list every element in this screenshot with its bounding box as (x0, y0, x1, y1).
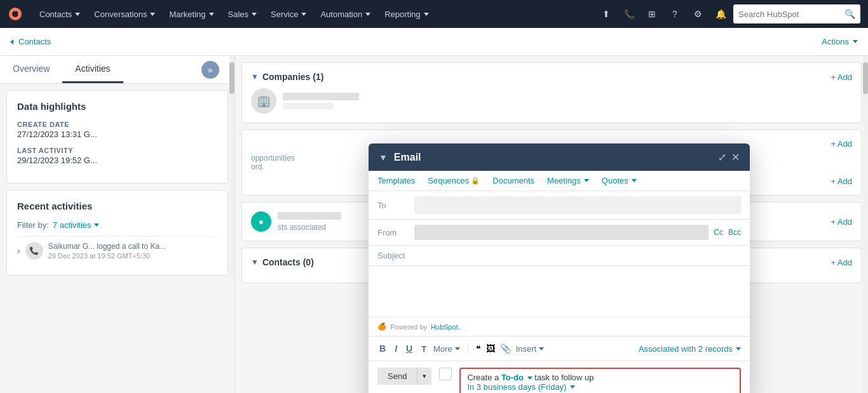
activity-item: › 📞 Saikumar G... logged a call to Ka...… (17, 236, 217, 265)
companies-section: ▼ Companies (1) + Add 🏢 (241, 62, 862, 123)
activity-call-icon: 📞 (25, 242, 43, 260)
nav-links: Contacts Conversations Marketing Sales S… (33, 6, 596, 23)
insert-button[interactable]: Insert (516, 344, 545, 354)
todo-link[interactable]: To-do (501, 373, 526, 382)
nav-automation[interactable]: Automation (314, 6, 377, 23)
activity-expand-icon[interactable]: › (17, 246, 20, 256)
block-quote-icon[interactable]: ❝ (476, 343, 481, 354)
modal-header: ▼ Email ⤢ ✕ (369, 143, 750, 171)
cc-button[interactable]: Cc (714, 228, 723, 237)
nav-conversations[interactable]: Conversations (88, 6, 161, 23)
phone-icon[interactable]: 📞 (619, 4, 639, 24)
send-button[interactable]: Send (377, 368, 417, 385)
companies-collapse-icon[interactable]: ▼ (251, 72, 259, 81)
image-icon[interactable]: 🖼 (486, 343, 495, 354)
contact-info: sts associated (278, 212, 341, 232)
separator-1 (468, 343, 468, 354)
search-input[interactable] (738, 10, 844, 19)
create-date-value: 27/12/2023 13:31 G... (17, 130, 217, 139)
company-info (283, 93, 359, 109)
collapse-panel-button[interactable]: » (201, 61, 219, 79)
contact-requests-text: sts associated (278, 223, 326, 232)
actions-chevron-icon (853, 40, 858, 43)
companies-add-button[interactable]: + Add (831, 72, 852, 82)
followup-box: Create a To-do task to follow up In 3 bu… (459, 368, 741, 393)
strikethrough-button[interactable]: T (419, 342, 428, 356)
upload-icon[interactable]: ⬆ (596, 4, 616, 24)
svg-point-2 (14, 9, 17, 11)
modal-close-icon[interactable]: ✕ (731, 151, 740, 163)
footer-toolbar: B I U T More ❝ 🖼 📎 Insert Associated wit… (369, 336, 750, 361)
tabs-bar: Overview Activities » (0, 56, 234, 84)
templates-button[interactable]: Templates (377, 176, 415, 185)
modal-toolbar: Templates Sequences 🔒 Documents Meetings… (369, 171, 750, 191)
help-icon[interactable]: ? (665, 4, 685, 24)
recent-activities-title: Recent activities (17, 201, 217, 211)
modal-title: Email (394, 152, 712, 163)
contact-name-placeholder (278, 212, 341, 220)
sequences-button[interactable]: Sequences 🔒 (428, 176, 480, 185)
contact-add-link[interactable]: + Add (831, 217, 852, 227)
hubspot-logo[interactable] (8, 6, 23, 22)
nav-service[interactable]: Service (264, 6, 313, 23)
nav-marketing[interactable]: Marketing (163, 6, 220, 23)
back-icon (10, 39, 13, 44)
attachment-icon[interactable]: 📎 (500, 343, 511, 354)
nav-sales[interactable]: Sales (222, 6, 264, 23)
bold-button[interactable]: B (377, 342, 388, 356)
more-button[interactable]: More (433, 344, 460, 354)
add-link-3[interactable]: + Add (831, 177, 852, 186)
documents-button[interactable]: Documents (492, 176, 534, 185)
hubspot-brand-link[interactable]: HubSpot. (431, 323, 460, 331)
powered-by-text: Powered by (390, 323, 427, 331)
underline-button[interactable]: U (404, 342, 414, 356)
recent-activities-section: Recent activities Filter by: 7 activitie… (6, 190, 228, 276)
to-label: To (377, 201, 409, 210)
from-field: From Cc Bcc (369, 220, 750, 246)
grid-icon[interactable]: ⊞ (642, 4, 662, 24)
to-input[interactable] (414, 196, 741, 214)
bcc-button[interactable]: Bcc (728, 228, 741, 237)
send-dropdown-button[interactable]: ▾ (417, 368, 431, 385)
tab-overview[interactable]: Overview (0, 56, 62, 83)
activities-filter-link[interactable]: 7 activities (53, 220, 99, 230)
contacts-collapse-icon[interactable]: ▼ (251, 258, 259, 267)
activity-timestamp: 29 Dec 2023 at 19:52 GMT+5:30 (48, 252, 217, 260)
search-bar[interactable]: 🔍 (733, 4, 860, 23)
bell-icon[interactable]: 🔔 (710, 4, 731, 24)
followup-day-chevron-icon (570, 385, 575, 389)
tab-activities[interactable]: Activities (62, 56, 123, 83)
email-modal: ▼ Email ⤢ ✕ Templates Sequences 🔒 Docume… (369, 143, 750, 393)
cc-bcc-actions: Cc Bcc (714, 228, 741, 237)
nav-contacts[interactable]: Contacts (33, 6, 86, 23)
right-scrollbar[interactable] (863, 56, 868, 393)
meetings-button[interactable]: Meetings (547, 176, 589, 185)
activity-text: Saikumar G... logged a call to Ka... 29 … (48, 242, 217, 260)
followup-line2[interactable]: In 3 business days (Friday) (467, 382, 733, 392)
email-body[interactable] (369, 266, 750, 317)
nav-reporting[interactable]: Reporting (378, 6, 435, 23)
contacts-add-button[interactable]: + Add (831, 258, 852, 267)
actions-button[interactable]: Actions (822, 37, 858, 46)
breadcrumb[interactable]: Contacts (10, 37, 51, 46)
company-avatar: 🏢 (251, 88, 276, 114)
company-detail-placeholder (283, 103, 334, 109)
companies-content: 🏢 (251, 88, 852, 114)
modal-header-icons: ⤢ ✕ (718, 151, 740, 163)
left-scrollbar[interactable] (229, 56, 234, 276)
todo-chevron-icon[interactable] (527, 376, 532, 380)
modal-expand-icon[interactable]: ⤢ (718, 151, 726, 163)
italic-button[interactable]: I (393, 342, 399, 356)
add-link-2[interactable]: + Add (831, 139, 852, 149)
quotes-button[interactable]: Quotes (602, 176, 637, 185)
send-checkbox[interactable] (439, 368, 452, 380)
filter-chevron-icon (94, 223, 99, 227)
left-scrollbar-thumb (229, 62, 234, 94)
modal-collapse-button[interactable]: ▼ (379, 152, 388, 163)
to-field: To (369, 191, 750, 220)
settings-icon[interactable]: ⚙ (688, 4, 708, 24)
from-value[interactable] (414, 225, 709, 240)
associated-records-button[interactable]: Associated with 2 records (639, 344, 741, 354)
more-chevron-icon (455, 347, 460, 350)
quotes-chevron-icon (632, 179, 637, 182)
